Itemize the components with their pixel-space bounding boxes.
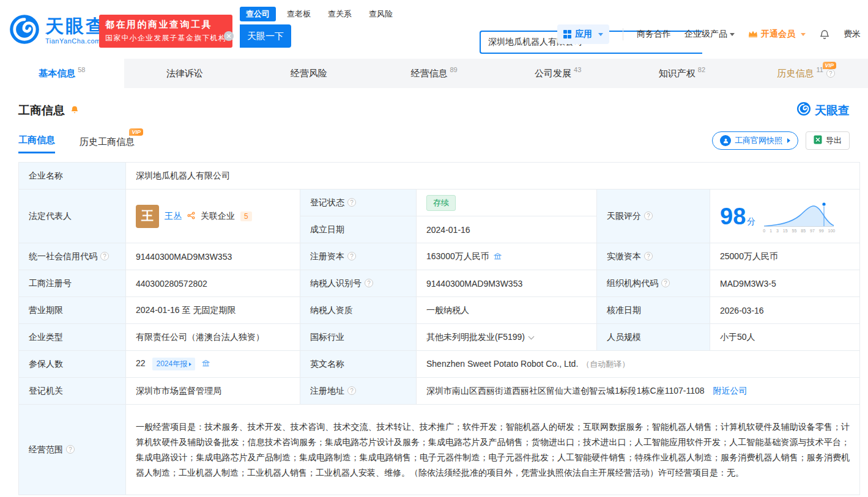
field-label-reg-capital: 注册资本? — [300, 243, 417, 270]
nav-business-cooperation[interactable]: 商务合作 — [637, 29, 671, 40]
search-tab-risk[interactable]: 查风险 — [363, 7, 399, 21]
field-label-reg-status: 登记状态? — [300, 190, 417, 216]
field-value-taxpayer-quality: 一般纳税人 — [417, 297, 597, 324]
field-value-approval-date: 2026-03-16 — [710, 297, 860, 324]
field-value-registered-address: 深圳市南山区西丽街道西丽社区留仙大道创智云城1标段1栋C座1107-1108 附… — [417, 378, 860, 405]
field-label-established: 成立日期 — [300, 216, 417, 243]
help-icon[interactable]: ? — [644, 212, 653, 220]
clear-search-icon[interactable]: ✕ — [224, 31, 234, 41]
export-button[interactable]: 导出 — [806, 131, 850, 150]
field-value-paid-capital: 25000万人民币 — [710, 243, 860, 270]
search-tab-boss[interactable]: 查老板 — [281, 7, 317, 21]
legal-rep-name-link[interactable]: 王丛 — [165, 211, 182, 222]
chevron-down-icon[interactable] — [529, 333, 535, 339]
arrow-right-icon — [787, 138, 790, 143]
field-value-established: 2024-01-16 — [417, 216, 597, 243]
auto-translate-note: （自动翻译） — [582, 359, 629, 369]
vip-badge: VIP — [129, 128, 143, 136]
tab-operating-info[interactable]: 经营信息89 — [372, 59, 496, 88]
field-value-org-code: MAD9M3W3-5 — [710, 270, 860, 297]
help-icon[interactable]: ? — [347, 252, 356, 260]
brand-name: 天眼查 — [45, 17, 106, 35]
watermark-brand-text: 天眼查 — [815, 103, 850, 119]
arrow-right-icon — [189, 363, 191, 366]
subtab-business-info[interactable]: 工商信息 — [18, 134, 55, 153]
field-label-company-type: 企业类型 — [19, 324, 126, 351]
crown-icon — [748, 29, 758, 39]
field-label-registered-address: 注册地址? — [300, 378, 417, 405]
apps-menu[interactable]: 应用 — [557, 24, 610, 44]
field-value-legal-rep: 王 王丛 关联企业 5 — [126, 190, 300, 243]
subtab-label: 历史工商信息 — [80, 136, 135, 147]
field-label-reg-no: 工商注册号 — [19, 270, 126, 297]
help-icon[interactable]: ? — [661, 279, 670, 287]
field-value-reg-no: 440300280572802 — [126, 270, 300, 297]
search-tab-company[interactable]: 查公司 — [240, 7, 276, 21]
field-value-tyc-score: 98分 0131555859799100 — [710, 190, 860, 243]
help-icon[interactable]: ? — [347, 198, 356, 207]
subtab-history-business-info[interactable]: VIP 历史工商信息 — [80, 136, 135, 153]
field-label-org-code: 组织机构代码? — [597, 270, 710, 297]
chevron-down-icon — [598, 33, 603, 36]
capital-detail-icon[interactable] — [494, 252, 502, 262]
nav-enterprise-products-label: 企业级产品 — [684, 29, 727, 39]
tab-label: 法律诉讼 — [166, 68, 203, 79]
nav-user[interactable]: 费米 — [844, 29, 861, 40]
nav-enterprise-products[interactable]: 企业级产品 — [684, 29, 735, 40]
field-value-staff-size: 小于50人 — [710, 324, 860, 351]
official-snapshot-button[interactable]: 工商官网快照 — [712, 131, 798, 150]
help-icon[interactable]: ? — [644, 252, 653, 260]
legal-rep-avatar[interactable]: 王 — [136, 205, 159, 228]
top-header: 天眼查 TianYanCha.com 都在用的商业查询工具 国家中小企业发展子基… — [0, 0, 868, 59]
tab-label: 历史信息 — [777, 68, 814, 79]
nearby-companies-link[interactable]: 附近公司 — [713, 386, 747, 396]
help-icon[interactable]: ? — [66, 445, 75, 454]
search-button[interactable]: 天眼一下 — [240, 24, 291, 48]
field-label-approval-date: 核准日期 — [597, 297, 710, 324]
divider — [623, 28, 623, 40]
search-area: 查公司 查老板 查关系 查风险 ✕ 天眼一下 — [240, 6, 399, 48]
tab-intellectual-property[interactable]: 知识产权82 — [620, 59, 744, 88]
related-companies-icon — [187, 212, 195, 221]
help-icon[interactable]: ? — [826, 69, 835, 78]
chevron-down-icon — [730, 33, 735, 36]
grid-icon — [563, 30, 572, 39]
score-chart-ticks: 0131555859799100 — [763, 229, 835, 233]
nav-open-vip[interactable]: 开通会员 — [748, 29, 806, 40]
field-label-legal-rep: 法定代表人 — [19, 190, 126, 243]
field-value-business-term: 2024-01-16 至 无固定期限 — [126, 297, 300, 324]
tianyancha-swirl-icon — [796, 101, 811, 119]
vip-badge: VIP — [823, 62, 837, 69]
tab-count: 58 — [78, 66, 85, 73]
field-label-business-term: 营业期限 — [19, 297, 126, 324]
insured-detail-icon[interactable] — [202, 359, 210, 369]
field-value-reg-status: 存续 — [417, 190, 597, 216]
monitor-bell-icon[interactable] — [70, 105, 80, 117]
header-nav: 应用 商务合作 企业级产品 开通会员 费米 — [557, 24, 861, 44]
status-badge: 存续 — [426, 195, 456, 211]
search-tab-relation[interactable]: 查关系 — [322, 7, 358, 21]
tab-company-development[interactable]: 公司发展43 — [496, 59, 620, 88]
field-label-insured-count: 参保人数 — [19, 351, 126, 378]
tab-basic-info[interactable]: 基本信息58 — [0, 59, 124, 88]
brand-domain: TianYanCha.com — [45, 37, 106, 45]
business-info-table: 企业名称 深圳地瓜机器人有限公司 法定代表人 王 王丛 关联企业 5 登记状态?… — [18, 162, 860, 495]
help-icon[interactable]: ? — [365, 279, 373, 287]
field-value-registration-authority: 深圳市市场监督管理局 — [126, 378, 300, 405]
notification-bell-icon[interactable] — [819, 29, 830, 40]
help-icon[interactable]: ? — [347, 386, 356, 395]
field-label-taxpayer-quality: 纳税人资质 — [300, 297, 417, 324]
annual-report-badge[interactable]: 2024年报 — [152, 358, 195, 370]
field-value-industry: 其他未列明批发业(F5199) — [417, 324, 597, 351]
tab-legal-proceedings[interactable]: 法律诉讼 — [124, 59, 248, 88]
field-label-uscc: 统一社会信用代码? — [19, 243, 126, 270]
promo-banner: 都在用的商业查询工具 国家中小企业发展子基金旗下机构 — [99, 15, 232, 48]
tianyancha-logo[interactable]: 天眼查 TianYanCha.com — [9, 13, 106, 48]
related-companies-count[interactable]: 5 — [240, 212, 252, 221]
tab-operating-risk[interactable]: 经营风险 — [248, 59, 372, 88]
help-icon[interactable]: ? — [100, 252, 109, 260]
tab-history-info[interactable]: VIP 历史信息11 ? — [744, 59, 868, 88]
tab-count: 82 — [698, 66, 705, 73]
related-companies-label[interactable]: 关联企业 — [201, 211, 235, 222]
tyc-score-value[interactable]: 98分 — [720, 205, 755, 228]
